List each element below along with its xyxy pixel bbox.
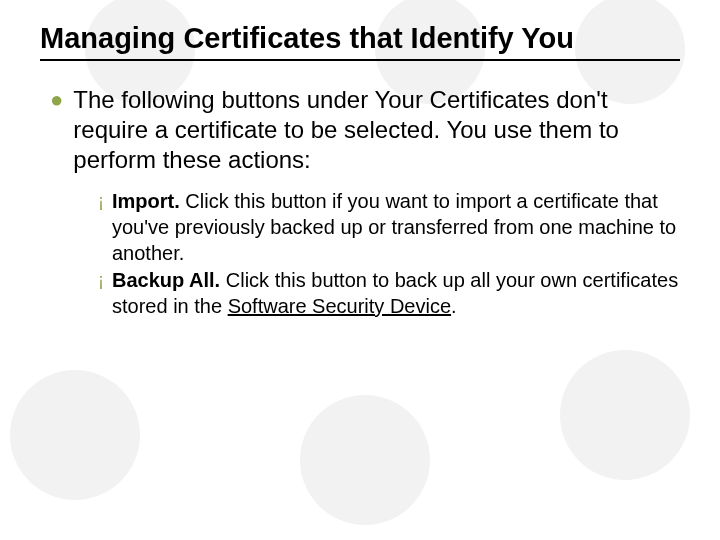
intro-text: The following buttons under Your Certifi… (73, 85, 680, 175)
slide: Managing Certificates that Identify You … (0, 0, 720, 540)
import-label: Import. (112, 190, 180, 212)
backup-all-desc-after: . (451, 295, 457, 317)
import-text: Import. Click this button if you want to… (112, 189, 680, 266)
bullet-level1: ● The following buttons under Your Certi… (50, 85, 680, 175)
backup-all-text: Backup All. Click this button to back up… (112, 268, 680, 319)
slide-body: ● The following buttons under Your Certi… (50, 85, 680, 319)
sub-bullets: ¡ Import. Click this button if you want … (98, 189, 680, 319)
hollow-bullet-icon: ¡ (98, 268, 104, 319)
import-desc: Click this button if you want to import … (112, 190, 676, 263)
software-security-device-link[interactable]: Software Security Device (228, 295, 451, 317)
title-rule (40, 59, 680, 61)
slide-title: Managing Certificates that Identify You (40, 22, 680, 55)
sub-bullet-import: ¡ Import. Click this button if you want … (98, 189, 680, 266)
hollow-bullet-icon: ¡ (98, 189, 104, 266)
backup-all-label: Backup All. (112, 269, 220, 291)
sub-bullet-backup-all: ¡ Backup All. Click this button to back … (98, 268, 680, 319)
disc-bullet-icon: ● (50, 85, 63, 175)
